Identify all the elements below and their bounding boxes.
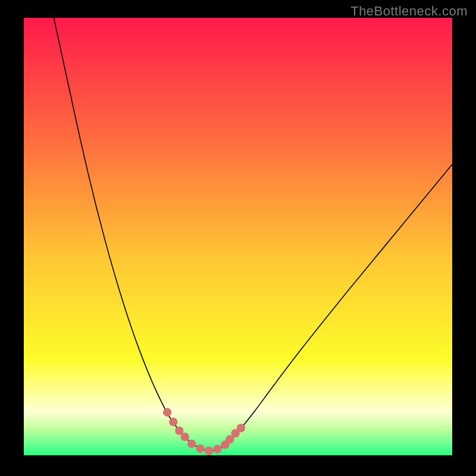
curve-marker <box>213 445 221 453</box>
gradient-background <box>24 18 452 455</box>
curve-marker <box>181 433 189 441</box>
curve-marker <box>237 424 245 432</box>
curve-marker <box>196 444 204 453</box>
attribution-watermark: TheBottleneck.com <box>350 4 468 19</box>
bottleneck-curve-svg <box>24 18 452 455</box>
curve-marker <box>163 408 171 416</box>
chart-frame: TheBottleneck.com <box>0 0 476 476</box>
curve-marker <box>169 418 177 426</box>
plot-area <box>24 18 452 455</box>
curve-marker <box>187 440 196 448</box>
curve-marker <box>205 446 213 455</box>
